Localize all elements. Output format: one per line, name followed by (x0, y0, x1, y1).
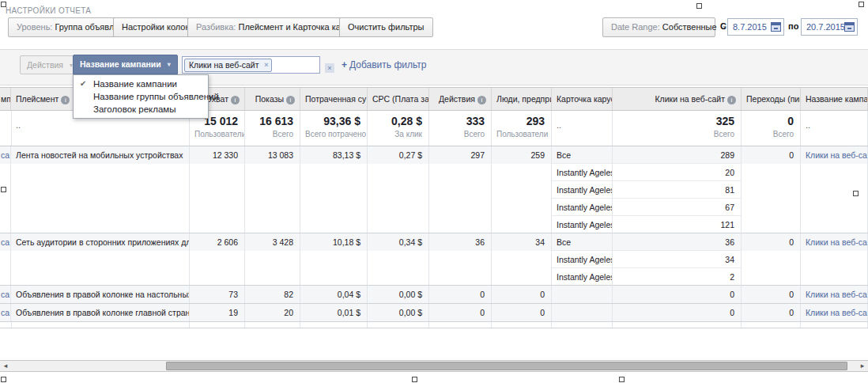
selection-handle (412, 377, 417, 382)
empty-cell (0, 322, 12, 328)
summary-value: 333 (434, 115, 485, 127)
menu-item-ad-headline[interactable]: Заголовок рекламы (74, 103, 208, 116)
cell-placement: Объявления в правой колонке главной стра… (11, 304, 190, 321)
date-range-dropdown[interactable]: Date Range: Собственные ▾ (602, 17, 715, 37)
summary-cell-people: 293Пользователи (492, 111, 552, 146)
cell-reach: 12 330 (190, 146, 245, 233)
column-header-campaign[interactable]: Название кампа (801, 88, 868, 110)
filter-tag-label: Клики на веб-сайт (189, 60, 259, 70)
column-header-cpc[interactable]: CPC (Плата за к (368, 88, 429, 110)
cell-cut: са (0, 233, 11, 285)
cell-clicks: 36 (613, 233, 742, 251)
scrollbar-thumb[interactable] (166, 362, 847, 370)
cell-campaign: Клики на веб-са (801, 304, 868, 321)
column-header-label: Клики на веб-сайт (655, 94, 726, 104)
report-settings-label: НАСТРОЙКИ ОТЧЕТА (6, 6, 91, 15)
cell-card: Все (552, 146, 613, 164)
scroll-left-arrow-icon[interactable]: ◂ (1, 361, 10, 371)
menu-item-label: Заголовок рекламы (93, 104, 176, 114)
clear-filters-button[interactable]: Очистить фильтры (339, 17, 433, 37)
report-table: мпПлейсментiОхватiПоказыiПотраченная суC… (0, 87, 868, 328)
campaign-link[interactable]: Клики на веб-са (806, 237, 867, 247)
info-icon[interactable]: i (477, 96, 486, 104)
cell-clicks: 81 (613, 181, 742, 199)
filter-field-label: Название кампании (80, 59, 161, 69)
summary-sublabel: За клик (372, 130, 422, 138)
cell-actions: 0 (429, 304, 492, 321)
actions-dropdown-label: Действия (27, 60, 63, 70)
filter-value-input[interactable]: Клики на веб-сайт × (182, 56, 320, 74)
selection-handle (1, 187, 6, 192)
cell-card: Instantly Ageless (552, 251, 613, 268)
check-icon: ✔ (80, 79, 86, 89)
table-row: саЛента новостей на мобильных устройства… (0, 146, 868, 233)
cell-clicks: 0 (613, 286, 742, 303)
campaign-link[interactable]: Клики на веб-са (806, 150, 867, 160)
date-to-value: 20.7.2015 (806, 22, 845, 32)
menu-item-adset-name[interactable]: Название группы объявлений (74, 90, 208, 103)
remove-tag-icon[interactable]: × (264, 59, 268, 71)
calendar-icon[interactable] (844, 22, 855, 32)
summary-value: 16 613 (250, 115, 293, 127)
empty-cell (368, 322, 429, 328)
summary-cell-impressions: 16 613Всего (245, 111, 300, 146)
summary-value: 293 (496, 115, 545, 127)
column-header-impressions[interactable]: Показыi (245, 88, 300, 110)
cell-people: 0 (492, 286, 552, 303)
cell-impressions: 13 083 (245, 146, 300, 233)
column-header-people[interactable]: Люди, предпри (492, 88, 552, 110)
cell-campaign: Клики на веб-са (801, 146, 868, 233)
info-icon[interactable]: i (61, 96, 70, 104)
summary-value: 0,28 $ (372, 115, 422, 127)
filter-field-dropdown[interactable]: Название кампании ▾ (73, 55, 178, 74)
date-to-input[interactable]: 20.7.2015 (801, 18, 858, 36)
add-filter-link[interactable]: +Добавить фильтр (342, 59, 426, 70)
horizontal-scrollbar[interactable]: ◂ ▸ (0, 360, 868, 372)
cell-spent: 83,13 $ (300, 146, 368, 233)
column-header-label: Потраченная су (305, 94, 366, 104)
plus-icon: + (342, 59, 347, 70)
menu-item-campaign-name[interactable]: ✔ Название кампании (74, 78, 208, 90)
cell-reach: 73 (190, 286, 245, 303)
cell-placement: Лента новостей на мобильных устройствах (11, 146, 190, 233)
cell-actions: 0 (429, 286, 492, 303)
cell-card: Instantly Ageless (552, 216, 613, 233)
cell-impressions: 20 (245, 304, 300, 321)
cell-impressions: 3 428 (245, 233, 300, 285)
cell-card: Instantly Ageless (552, 181, 613, 199)
empty-cell (801, 322, 868, 328)
date-from-input[interactable]: 8.7.2015 (727, 18, 784, 36)
clear-filter-row-icon[interactable]: × (325, 63, 334, 73)
date-range-value: Собственные (662, 22, 717, 32)
cell-card (552, 286, 613, 303)
empty-cell (300, 322, 368, 328)
column-header-label: Название кампа (806, 94, 868, 104)
cell-placement: Сеть аудитории в сторонних приложениях д… (11, 233, 190, 285)
column-header-card[interactable]: Карточка карус (552, 88, 613, 110)
date-to-label: по (788, 21, 798, 31)
campaign-link[interactable]: Клики на веб-са (806, 308, 867, 317)
cell-conversions: 0 (742, 304, 801, 321)
cell-actions: 36 (429, 233, 492, 285)
cell-clicks: 289 (613, 146, 742, 164)
column-header-conversions[interactable]: Переходы (пик (742, 88, 801, 110)
campaign-link[interactable]: Клики на веб-са (806, 290, 867, 299)
cell-people: 0 (492, 304, 552, 321)
column-header-actions[interactable]: Действияi (429, 88, 492, 110)
info-icon[interactable]: i (286, 96, 295, 104)
add-filter-label: Добавить фильтр (349, 59, 426, 70)
date-from-value: 8.7.2015 (733, 22, 767, 32)
empty-cell (190, 322, 245, 328)
summary-dots: .. (806, 115, 861, 130)
summary-sublabel: Всего (746, 130, 794, 138)
summary-value: 0 (746, 115, 794, 127)
info-icon[interactable]: i (231, 96, 240, 104)
column-header-clicks[interactable]: Клики на веб-сайтi (613, 88, 742, 110)
actions-dropdown-disabled[interactable]: Действия ▾ (20, 55, 80, 74)
column-header-spent[interactable]: Потраченная су (300, 88, 368, 110)
cell-campaign: Клики на веб-са (801, 286, 868, 303)
scroll-right-arrow-icon[interactable]: ▸ (858, 361, 867, 371)
info-icon[interactable]: i (727, 96, 736, 104)
calendar-icon[interactable] (771, 22, 781, 32)
selection-handle (853, 191, 859, 196)
